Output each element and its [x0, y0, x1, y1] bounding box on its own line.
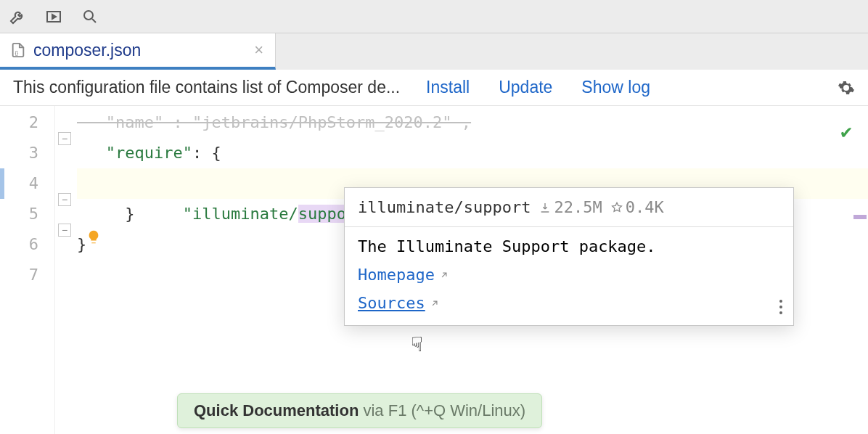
tip-banner: Quick Documentation via F1 (^+Q Win/Linu… [177, 393, 542, 428]
svg-text:{}: {} [15, 49, 18, 56]
code-line: "require": { [77, 138, 868, 168]
line-number: 5 [0, 199, 38, 229]
svg-point-4 [779, 306, 782, 308]
notice-text: This configuration file contains list of… [13, 78, 400, 97]
gutter: 2 3 4 5 6 7 [0, 106, 55, 434]
notice-actions: Install Update Show log [426, 78, 650, 97]
popup-title: illuminate/support [358, 198, 531, 216]
code-editor[interactable]: 2 3 4 5 6 7 − − − "name" : "jetbrains/Ph… [0, 106, 868, 434]
line-number: 3 [0, 138, 38, 168]
line-number: 2 [0, 107, 38, 138]
tab-label: composer.json [33, 41, 141, 60]
intention-bulb-icon[interactable] [86, 229, 102, 245]
editor-tabbar: {} composer.json × [0, 33, 868, 70]
editor-scrollbar[interactable] [852, 106, 868, 434]
homepage-link[interactable]: Homepage [358, 266, 449, 284]
error-stripe-mark[interactable] [853, 215, 867, 219]
tip-title: Quick Documentation [194, 401, 359, 419]
close-icon[interactable]: × [254, 41, 263, 60]
pointer-cursor-icon: ☟ [411, 332, 423, 356]
popup-body: The Illuminate Support package. Homepage… [345, 227, 793, 325]
popup-description: The Illuminate Support package. [358, 237, 780, 255]
tip-shortcut: via F1 (^+Q Win/Linux) [359, 401, 525, 419]
gear-icon[interactable] [838, 79, 855, 97]
line-number: 4 [0, 168, 38, 199]
code-line: "name" : "jetbrains/PhpStorm_2020.2" , [77, 107, 868, 138]
composer-notice-bar: This configuration file contains list of… [0, 70, 868, 106]
main-toolbar [0, 0, 868, 33]
inspection-ok-icon[interactable]: ✔ [840, 120, 852, 142]
kebab-menu-icon[interactable] [779, 299, 783, 315]
run-config-icon[interactable] [44, 7, 64, 27]
line-number: 6 [0, 229, 38, 260]
showlog-link[interactable]: Show log [581, 78, 650, 97]
stars-stat: 0.4K [611, 198, 664, 216]
quick-doc-popup: illuminate/support 22.5M 0.4K The Illumi… [344, 187, 794, 326]
update-link[interactable]: Update [499, 78, 552, 97]
code-area[interactable]: "name" : "jetbrains/PhpStorm_2020.2" , "… [55, 106, 868, 434]
sources-link[interactable]: Sources [358, 294, 440, 312]
svg-point-5 [779, 311, 782, 314]
svg-point-1 [84, 11, 93, 20]
popup-header: illuminate/support 22.5M 0.4K [345, 188, 793, 227]
install-link[interactable]: Install [426, 78, 470, 97]
line-number: 7 [0, 260, 38, 290]
svg-point-3 [779, 300, 782, 303]
search-icon[interactable] [80, 7, 100, 27]
downloads-stat: 22.5M [539, 198, 602, 216]
wrench-icon[interactable] [7, 7, 28, 27]
tab-composer-json[interactable]: {} composer.json × [0, 33, 276, 70]
json-file-icon: {} [10, 42, 26, 58]
